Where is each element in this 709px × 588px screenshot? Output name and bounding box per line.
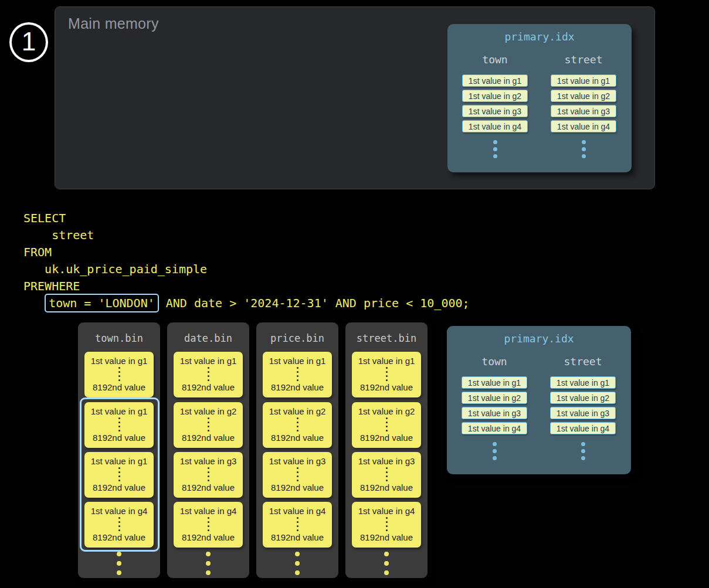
granule-cell: 1st value in g1 8192nd value [174, 352, 243, 397]
granule-last-value: 8192nd value [360, 532, 413, 542]
bin-price: price.bin 1st value in g1 8192nd value 1… [256, 322, 338, 578]
granule-cell: 1st value in g2 8192nd value [174, 402, 243, 448]
idx-column-street: street 1st value in g1 1st value in g2 1… [551, 53, 616, 158]
vertical-ellipsis-icon [297, 467, 298, 481]
granule-cell: 1st value in g3 8192nd value [263, 452, 332, 498]
vertical-ellipsis-icon [208, 517, 209, 531]
granule-first-value: 1st value in g2 [180, 406, 237, 416]
granule-last-value: 8192nd value [360, 433, 413, 443]
sql-query: SELECT street FROM uk.uk_price_paid_simp… [23, 210, 470, 312]
granule-last-value: 8192nd value [271, 382, 324, 392]
main-memory-title: Main memory [68, 15, 159, 32]
granule-first-value: 1st value in g4 [180, 506, 237, 516]
granule-cell: 1st value in g4 8192nd value [352, 502, 421, 548]
bin-title: date.bin [167, 322, 249, 344]
granule-last-value: 8192nd value [271, 532, 324, 542]
sql-line-predicates: town = 'LONDON' AND date > '2024-12-31' … [23, 295, 470, 312]
vertical-ellipsis-icon [118, 367, 120, 381]
granule-last-value: 8192nd value [271, 433, 324, 443]
vertical-ellipsis-icon [550, 442, 616, 460]
granule-cell: 1st value in g1 8192nd value [352, 352, 421, 397]
idx-entry: 1st value in g2 [551, 90, 616, 102]
idx-entry: 1st value in g1 [550, 376, 616, 389]
vertical-ellipsis-icon [462, 140, 528, 158]
granule-last-value: 8192nd value [360, 482, 413, 492]
primary-idx-panel-memory: primary.idx town 1st value in g1 1st val… [447, 24, 632, 172]
sql-line: FROM [23, 244, 470, 261]
vertical-ellipsis-icon [78, 552, 160, 575]
vertical-ellipsis-icon [256, 552, 338, 575]
idx-entry: 1st value in g4 [462, 422, 527, 434]
idx-entry: 1st value in g4 [550, 422, 616, 434]
idx-entry: 1st value in g2 [462, 392, 527, 404]
bin-title: price.bin [256, 322, 338, 344]
bin-title: town.bin [78, 322, 160, 344]
granule-first-value: 1st value in g3 [358, 456, 415, 466]
granule-cell: 1st value in g4 8192nd value [174, 502, 243, 548]
primary-idx-panel-disk: primary.idx town 1st value in g1 1st val… [447, 326, 631, 474]
granule-cell: 1st value in g4 8192nd value [263, 502, 332, 548]
primary-idx-title: primary.idx [447, 326, 631, 345]
vertical-ellipsis-icon [297, 417, 298, 431]
sql-rest-predicates: AND date > '2024-12-31' AND price < 10_0… [159, 296, 470, 310]
granule-first-value: 1st value in g1 [180, 356, 237, 366]
idx-entry: 1st value in g3 [551, 105, 616, 117]
sql-highlighted-predicate: town = 'LONDON' [45, 294, 159, 312]
idx-column-header: street [550, 355, 616, 368]
step-badge-number: 1 [22, 27, 36, 56]
granule-first-value: 1st value in g1 [269, 356, 326, 366]
granule-last-value: 8192nd value [182, 433, 235, 443]
sql-indent [23, 296, 45, 310]
granule-last-value: 8192nd value [271, 482, 324, 492]
idx-entry: 1st value in g3 [462, 407, 527, 419]
vertical-ellipsis-icon [208, 467, 209, 481]
idx-entry: 1st value in g4 [551, 120, 616, 132]
idx-entry: 1st value in g3 [462, 105, 528, 117]
bin-date: date.bin 1st value in g1 8192nd value 1s… [167, 322, 249, 578]
granule-first-value: 1st value in g1 [91, 356, 148, 366]
idx-column-header: town [462, 53, 528, 66]
granule-first-value: 1st value in g1 [358, 356, 415, 366]
granule-cell: 1st value in g1 8192nd value [263, 352, 332, 397]
vertical-ellipsis-icon [297, 367, 298, 381]
primary-idx-title: primary.idx [447, 24, 632, 43]
step-badge: 1 [9, 22, 48, 62]
selected-granules-outline [80, 397, 160, 552]
vertical-ellipsis-icon [345, 552, 428, 575]
vertical-ellipsis-icon [386, 367, 388, 381]
vertical-ellipsis-icon [462, 442, 527, 460]
granule-last-value: 8192nd value [93, 382, 145, 392]
granule-last-value: 8192nd value [182, 482, 235, 492]
idx-entry: 1st value in g1 [551, 74, 616, 87]
main-memory-panel: Main memory primary.idx town 1st value i… [55, 6, 655, 189]
idx-column-town: town 1st value in g1 1st value in g2 1st… [462, 53, 528, 158]
sql-line: PREWHERE [23, 278, 470, 295]
idx-entry: 1st value in g3 [550, 407, 616, 419]
sql-line: street [23, 227, 470, 244]
vertical-ellipsis-icon [297, 517, 298, 531]
idx-entry: 1st value in g2 [462, 90, 528, 102]
idx-column-header: street [551, 53, 616, 66]
idx-column-street: street 1st value in g1 1st value in g2 1… [550, 355, 616, 460]
idx-column-town: town 1st value in g1 1st value in g2 1st… [462, 355, 527, 460]
vertical-ellipsis-icon [551, 140, 616, 158]
idx-entry: 1st value in g2 [550, 392, 616, 404]
granule-first-value: 1st value in g2 [358, 406, 415, 416]
granule-cell: 1st value in g3 8192nd value [352, 452, 421, 498]
granule-first-value: 1st value in g4 [269, 506, 326, 516]
vertical-ellipsis-icon [386, 417, 388, 431]
granule-first-value: 1st value in g3 [180, 456, 237, 466]
granule-last-value: 8192nd value [182, 532, 235, 542]
granule-cell: 1st value in g2 8192nd value [263, 402, 332, 448]
bin-town: town.bin 1st value in g1 8192nd value 1s… [78, 322, 160, 578]
idx-entry: 1st value in g4 [462, 120, 528, 132]
granule-first-value: 1st value in g3 [269, 456, 326, 466]
bin-title: street.bin [345, 322, 428, 344]
sql-line: SELECT [23, 210, 470, 227]
granule-first-value: 1st value in g4 [358, 506, 415, 516]
sql-line: uk.uk_price_paid_simple [23, 261, 470, 278]
bin-street: street.bin 1st value in g1 8192nd value … [345, 322, 428, 578]
vertical-ellipsis-icon [208, 367, 209, 381]
granule-cell: 1st value in g3 8192nd value [174, 452, 243, 498]
granule-first-value: 1st value in g2 [269, 406, 326, 416]
